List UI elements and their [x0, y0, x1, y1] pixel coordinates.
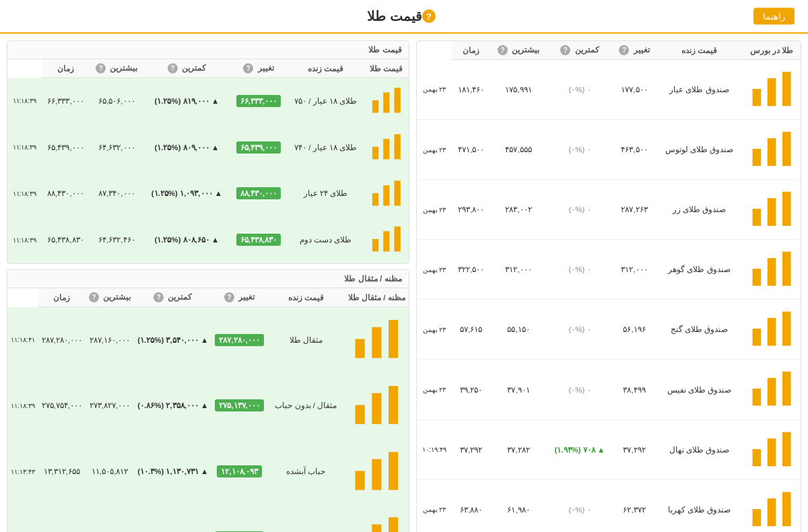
row-high: ۱۸۱,۴۶۰ — [452, 60, 490, 120]
svg-rect-11 — [782, 252, 791, 286]
chart-icon[interactable] — [364, 217, 409, 263]
row-change: ▲ ۱,۱۳۰,۷۳۱ (۱۰.۳%) — [134, 438, 211, 504]
row-live: ۳۳۳,۴۵۸,۴۶۰ — [211, 504, 267, 532]
row-low: ۸۷,۳۴۰,۰۰۰ — [90, 170, 143, 217]
row-time: ۲۳ بهمن — [417, 240, 452, 300]
row-low: ۶۴,۶۳۲,۴۶۰ — [90, 217, 143, 263]
mithqal-table: مظنه / مثقال طلا قیمت زنده تغییر ? کمتری… — [7, 288, 409, 532]
chart-icon[interactable] — [743, 420, 801, 479]
row-live: ۱۲,۱۰۸,۰۹۳ — [211, 438, 267, 504]
row-change: ▲ ۱,۰۹۳,۰۰۰ (۱.۲۵%) — [143, 170, 230, 217]
chart-icon[interactable] — [743, 360, 801, 420]
svg-rect-9 — [752, 269, 761, 286]
svg-rect-22 — [768, 498, 776, 526]
gold-change-info[interactable]: ? — [243, 63, 253, 73]
table-row: صندوق طلای گنج ۵۶,۱۹۶ ۰ (۰%) ۵۵,۱۵۰ ۵۷,۶… — [417, 300, 801, 360]
chart-icon[interactable] — [345, 438, 409, 504]
mithqal-section: مظنه / مثقال طلا مظنه / مثقال طلا قیمت ز… — [7, 269, 409, 532]
row-time: ۲۳ بهمن — [417, 479, 452, 532]
mithqal-table-header: مظنه / مثقال طلا قیمت زنده تغییر ? کمتری… — [7, 288, 409, 307]
row-live: ۶۲,۳۷۲ — [613, 479, 656, 532]
chart-icon[interactable] — [364, 170, 409, 217]
col-gold-live: قیمت زنده — [287, 59, 364, 78]
row-low: ۲۷۳,۸۲۷,۰۰۰ — [86, 372, 134, 438]
row-high: ۲۷۵,۷۵۴,۰۰۰ — [38, 372, 86, 438]
col-gold-low: کمترین ? — [143, 59, 230, 78]
row-time: ۱۱:۱۸:۳۹ — [7, 217, 42, 263]
rahnama-button[interactable]: راهنما — [753, 8, 795, 25]
svg-rect-8 — [782, 192, 791, 226]
row-low: ۳۱۲,۰۰۰ — [490, 240, 547, 300]
col-m-live: قیمت زنده — [267, 288, 345, 307]
live-price-value: ۸۸,۴۳۰,۰۰۰ — [236, 187, 281, 199]
svg-rect-47 — [394, 134, 400, 159]
row-low: ۵۵,۱۵۰ — [490, 300, 547, 360]
chart-icon[interactable] — [743, 479, 801, 532]
row-live: ۱۷۷,۵۰۰ — [613, 60, 656, 120]
row-live: ۴۶۳,۵۰۰ — [613, 120, 656, 180]
row-live: ۲۸۷,۲۶۳ — [613, 180, 656, 240]
row-time: ۱۱:۱۸:۴۰ — [7, 504, 38, 532]
row-name: صندوق طلای نهال — [656, 420, 743, 479]
table-row: طلای ۲۴ عیار ۸۸,۴۳۰,۰۰۰ ▲ ۱,۰۹۳,۰۰۰ (۱.۲… — [7, 170, 409, 217]
row-live: ۲۷۵,۱۳۷,۰۰۰ — [211, 372, 267, 438]
row-live: ۶۶,۳۳۳,۰۰۰ — [230, 78, 288, 125]
chart-icon[interactable] — [743, 180, 801, 240]
row-change: ▲ ۸۰۸,۶۵۰ (۱.۲۵%) — [143, 217, 230, 263]
gold-high-info[interactable]: ? — [96, 63, 106, 73]
row-low: ۲۸۳,۰۰۲ — [490, 180, 547, 240]
chart-icon[interactable] — [345, 307, 409, 373]
svg-rect-62 — [389, 452, 398, 490]
chart-icon[interactable] — [743, 300, 801, 360]
live-price-value: ۲۷۵,۱۳۷,۰۰۰ — [215, 399, 263, 411]
row-low: ۶۱,۹۸۰ — [490, 479, 547, 532]
chart-icon[interactable] — [743, 240, 801, 300]
help-icon[interactable]: ? — [422, 9, 436, 23]
row-high: ۴۷۱,۵۰۰ — [452, 120, 490, 180]
m-low-info[interactable]: ? — [154, 292, 164, 302]
col-gold-time: زمان — [42, 59, 90, 78]
svg-rect-10 — [768, 258, 776, 286]
row-change: ۰ (۰%) — [547, 360, 613, 420]
row-high: ۳۲۲,۵۰۰ — [452, 240, 490, 300]
table-row: حباب آبشده ۱۲,۱۰۸,۰۹۳ ▲ ۱,۱۳۰,۷۳۱ (۱۰.۳%… — [7, 438, 409, 504]
chart-icon[interactable] — [345, 504, 409, 532]
row-time: ۱۱:۱۸:۳۹ — [7, 124, 42, 170]
chart-icon[interactable] — [743, 60, 801, 120]
svg-rect-17 — [782, 372, 791, 406]
table-row: صندوق طلای نفیس ۳۸,۴۹۹ ۰ (۰%) ۳۷,۹۰۱ ۳۹,… — [417, 360, 801, 420]
row-live: ۸۸,۴۳۰,۰۰۰ — [230, 170, 288, 217]
svg-rect-21 — [752, 509, 761, 526]
mithqal-header: مظنه / مثقال طلا — [7, 270, 409, 288]
table-row: صندوق طلای کهربا ۶۲,۳۷۲ ۰ (۰%) ۶۱,۹۸۰ ۶۳… — [417, 479, 801, 532]
svg-rect-2 — [782, 72, 791, 106]
row-change: ۰ (۰%) — [547, 479, 613, 532]
svg-rect-20 — [782, 432, 791, 466]
high-info-icon[interactable]: ? — [498, 45, 508, 55]
change-info-icon[interactable]: ? — [619, 45, 629, 55]
gold-low-info[interactable]: ? — [168, 63, 178, 73]
table-row: صندوق طلای گوهر ۳۱۲,۰۰۰ ۰ (۰%) ۳۱۲,۰۰۰ ۳… — [417, 240, 801, 300]
col-time: زمان — [452, 41, 490, 60]
chart-icon[interactable] — [743, 120, 801, 180]
col-m-high: بیشترین ? — [86, 288, 134, 307]
chart-icon[interactable] — [364, 124, 409, 170]
m-high-info[interactable]: ? — [89, 292, 99, 302]
m-change-info[interactable]: ? — [224, 292, 234, 302]
row-time: ۲۳ بهمن — [417, 120, 452, 180]
chart-icon[interactable] — [364, 78, 409, 125]
svg-rect-6 — [752, 209, 761, 226]
chart-icon[interactable] — [345, 372, 409, 438]
table-row: طلای دست دوم ۶۵,۴۳۸,۸۳۰ ▲ ۸۰۸,۶۵۰ (۱.۲۵%… — [7, 217, 409, 263]
row-high: ۳۷,۲۹۲ — [452, 420, 490, 479]
svg-rect-7 — [768, 198, 776, 226]
row-change: ▲ ۸۱۹,۰۰۰ (۱.۲۵%) — [143, 78, 230, 125]
row-high: ۶۵,۴۳۹,۰۰۰ — [42, 124, 90, 170]
svg-rect-52 — [383, 232, 389, 252]
row-low: ۳۷,۲۸۲ — [490, 420, 547, 479]
low-info-icon[interactable]: ? — [560, 45, 570, 55]
row-time: ۲۳ بهمن — [417, 60, 452, 120]
row-change: ۰ (۰%) — [547, 180, 613, 240]
table-row: صندوق طلای لوتوس ۴۶۳,۵۰۰ ۰ (۰%) ۴۵۷,۵۵۵ … — [417, 120, 801, 180]
row-live: ۶۵,۴۳۹,۰۰۰ — [230, 124, 288, 170]
